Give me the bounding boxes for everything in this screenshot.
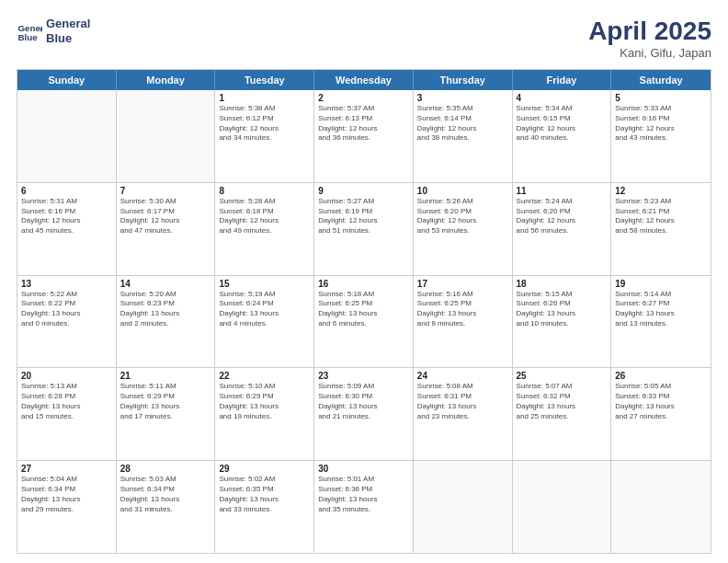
calendar-day-16: 16Sunrise: 5:18 AMSunset: 6:25 PMDayligh… bbox=[314, 276, 414, 368]
cell-info-line: Sunset: 6:29 PM bbox=[219, 392, 310, 402]
cell-info-line: and 34 minutes. bbox=[219, 133, 310, 144]
day-number: 15 bbox=[219, 279, 310, 289]
cell-info-line: Daylight: 13 hours bbox=[21, 495, 112, 505]
cell-info-line: Sunrise: 5:08 AM bbox=[417, 382, 508, 392]
cell-info-line: Sunrise: 5:05 AM bbox=[615, 382, 707, 392]
day-number: 26 bbox=[615, 371, 707, 381]
cell-info-line: Daylight: 12 hours bbox=[615, 124, 707, 134]
cell-info-line: and 38 minutes. bbox=[417, 133, 508, 144]
cell-info-line: Sunrise: 5:33 AM bbox=[615, 104, 707, 114]
cell-info-line: Daylight: 13 hours bbox=[120, 402, 211, 412]
logo-text: General Blue bbox=[46, 17, 90, 45]
cell-info-line: Daylight: 12 hours bbox=[120, 216, 211, 226]
calendar-day-23: 23Sunrise: 5:09 AMSunset: 6:30 PMDayligh… bbox=[314, 368, 414, 460]
calendar-empty-cell bbox=[414, 461, 513, 553]
cell-info-line: Daylight: 12 hours bbox=[219, 124, 310, 134]
cell-info-line: and 36 minutes. bbox=[318, 133, 409, 144]
header-day-tuesday: Tuesday bbox=[215, 70, 314, 90]
day-number: 14 bbox=[120, 279, 211, 289]
cell-info-line: Daylight: 13 hours bbox=[615, 402, 707, 412]
day-number: 10 bbox=[417, 186, 508, 196]
cell-info-line: Daylight: 12 hours bbox=[517, 124, 608, 134]
cell-info-line: Sunrise: 5:07 AM bbox=[517, 382, 608, 392]
cell-info-line: Daylight: 12 hours bbox=[615, 216, 707, 226]
cell-info-line: Sunrise: 5:24 AM bbox=[517, 197, 608, 207]
cell-info-line: Sunrise: 5:14 AM bbox=[615, 290, 707, 300]
location-subtitle: Kani, Gifu, Japan bbox=[588, 46, 711, 60]
cell-info-line: Daylight: 12 hours bbox=[318, 124, 409, 134]
calendar-day-8: 8Sunrise: 5:28 AMSunset: 6:18 PMDaylight… bbox=[215, 183, 314, 275]
day-number: 21 bbox=[120, 371, 211, 381]
calendar-day-9: 9Sunrise: 5:27 AMSunset: 6:19 PMDaylight… bbox=[314, 183, 414, 275]
day-number: 2 bbox=[318, 93, 409, 103]
cell-info-line: and 27 minutes. bbox=[615, 412, 707, 422]
calendar-week-4: 20Sunrise: 5:13 AMSunset: 6:28 PMDayligh… bbox=[17, 368, 711, 461]
cell-info-line: and 29 minutes. bbox=[21, 505, 112, 515]
calendar-empty-cell bbox=[117, 90, 216, 182]
cell-info-line: and 58 minutes. bbox=[615, 226, 707, 236]
calendar-day-1: 1Sunrise: 5:38 AMSunset: 6:12 PMDaylight… bbox=[215, 90, 314, 182]
cell-info-line: Sunset: 6:18 PM bbox=[219, 207, 310, 217]
calendar-day-17: 17Sunrise: 5:16 AMSunset: 6:25 PMDayligh… bbox=[414, 276, 513, 368]
cell-info-line: Daylight: 13 hours bbox=[120, 495, 211, 505]
cell-info-line: and 31 minutes. bbox=[120, 505, 211, 515]
cell-info-line: Sunrise: 5:19 AM bbox=[219, 290, 310, 300]
cell-info-line: Daylight: 12 hours bbox=[21, 216, 112, 226]
calendar-day-26: 26Sunrise: 5:05 AMSunset: 6:33 PMDayligh… bbox=[611, 368, 711, 460]
day-number: 27 bbox=[21, 464, 112, 474]
day-number: 20 bbox=[21, 371, 112, 381]
cell-info-line: Sunset: 6:32 PM bbox=[517, 392, 608, 402]
cell-info-line: Daylight: 13 hours bbox=[219, 402, 310, 412]
calendar-day-14: 14Sunrise: 5:20 AMSunset: 6:23 PMDayligh… bbox=[117, 276, 216, 368]
cell-info-line: Sunset: 6:30 PM bbox=[318, 392, 409, 402]
day-number: 18 bbox=[517, 279, 608, 289]
cell-info-line: Sunrise: 5:02 AM bbox=[219, 475, 310, 485]
logo-line1: General bbox=[46, 17, 90, 31]
cell-info-line: and 33 minutes. bbox=[219, 505, 310, 515]
header-day-wednesday: Wednesday bbox=[314, 70, 414, 90]
cell-info-line: Sunset: 6:20 PM bbox=[417, 207, 508, 217]
cell-info-line: Sunset: 6:15 PM bbox=[517, 114, 608, 124]
day-number: 25 bbox=[517, 371, 608, 381]
day-number: 19 bbox=[615, 279, 707, 289]
calendar-day-24: 24Sunrise: 5:08 AMSunset: 6:31 PMDayligh… bbox=[414, 368, 513, 460]
cell-info-line: Sunrise: 5:27 AM bbox=[318, 197, 409, 207]
cell-info-line: and 13 minutes. bbox=[615, 319, 707, 329]
cell-info-line: Daylight: 13 hours bbox=[120, 309, 211, 319]
calendar-day-4: 4Sunrise: 5:34 AMSunset: 6:15 PMDaylight… bbox=[513, 90, 612, 182]
calendar-day-29: 29Sunrise: 5:02 AMSunset: 6:35 PMDayligh… bbox=[215, 461, 314, 553]
calendar-day-27: 27Sunrise: 5:04 AMSunset: 6:34 PMDayligh… bbox=[17, 461, 117, 553]
calendar-empty-cell bbox=[513, 461, 612, 553]
cell-info-line: Sunset: 6:17 PM bbox=[120, 207, 211, 217]
cell-info-line: Daylight: 13 hours bbox=[219, 495, 310, 505]
cell-info-line: Sunset: 6:29 PM bbox=[120, 392, 211, 402]
cell-info-line: and 8 minutes. bbox=[417, 319, 508, 329]
cell-info-line: Sunset: 6:13 PM bbox=[318, 114, 409, 124]
cell-info-line: Sunrise: 5:04 AM bbox=[21, 475, 112, 485]
calendar-day-19: 19Sunrise: 5:14 AMSunset: 6:27 PMDayligh… bbox=[611, 276, 711, 368]
cell-info-line: Sunrise: 5:20 AM bbox=[120, 290, 211, 300]
cell-info-line: Daylight: 13 hours bbox=[417, 309, 508, 319]
cell-info-line: and 49 minutes. bbox=[219, 226, 310, 236]
day-number: 24 bbox=[417, 371, 508, 381]
day-number: 16 bbox=[318, 279, 409, 289]
cell-info-line: Daylight: 13 hours bbox=[318, 495, 409, 505]
cell-info-line: Sunset: 6:36 PM bbox=[318, 485, 409, 495]
cell-info-line: Daylight: 13 hours bbox=[615, 309, 707, 319]
day-number: 12 bbox=[615, 186, 707, 196]
day-number: 3 bbox=[417, 93, 508, 103]
day-number: 22 bbox=[219, 371, 310, 381]
cell-info-line: Sunset: 6:22 PM bbox=[21, 299, 112, 309]
cell-info-line: Sunrise: 5:09 AM bbox=[318, 382, 409, 392]
cell-info-line: Sunrise: 5:11 AM bbox=[120, 382, 211, 392]
cell-info-line: Sunrise: 5:23 AM bbox=[615, 197, 707, 207]
cell-info-line: Sunset: 6:35 PM bbox=[219, 485, 310, 495]
cell-info-line: Sunset: 6:21 PM bbox=[615, 207, 707, 217]
cell-info-line: Daylight: 13 hours bbox=[21, 309, 112, 319]
cell-info-line: Sunset: 6:23 PM bbox=[120, 299, 211, 309]
calendar-week-2: 6Sunrise: 5:31 AMSunset: 6:16 PMDaylight… bbox=[17, 183, 711, 276]
day-number: 1 bbox=[219, 93, 310, 103]
day-number: 28 bbox=[120, 464, 211, 474]
cell-info-line: and 4 minutes. bbox=[219, 319, 310, 329]
calendar-day-10: 10Sunrise: 5:26 AMSunset: 6:20 PMDayligh… bbox=[414, 183, 513, 275]
